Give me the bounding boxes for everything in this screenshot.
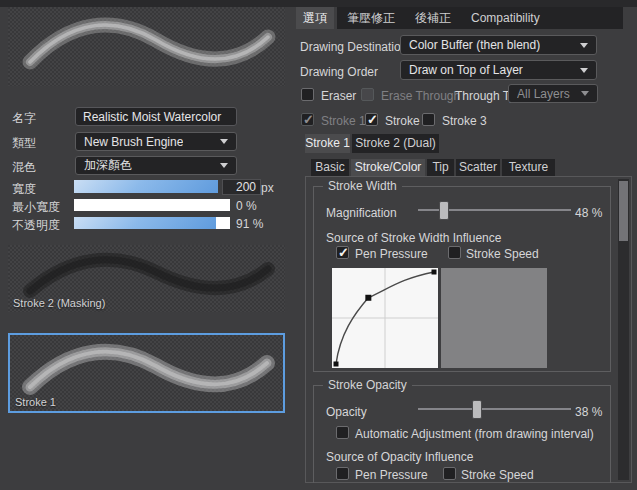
stroke-width-group-title: Stroke Width — [323, 179, 402, 193]
auto-adjustment-label: Automatic Adjustment (from drawing inter… — [355, 427, 594, 441]
stroke1-preview-selected[interactable]: Stroke 1 — [8, 333, 285, 413]
stroke3-checkbox[interactable] — [422, 113, 435, 126]
chevron-down-icon — [581, 91, 589, 96]
settings-tab-strip: 筆壓修正 後補正 Compatibility — [337, 7, 623, 29]
width-label: 寬度 — [12, 182, 36, 196]
pressure-curve-svg — [332, 268, 438, 368]
min-width-label: 最小寬度 — [12, 200, 60, 214]
opacity-value: 91 % — [236, 217, 263, 231]
auto-adjustment-checkbox[interactable] — [336, 426, 349, 439]
stroke1-checkbox — [301, 113, 314, 126]
eraser-label: Eraser — [321, 89, 356, 103]
width-value-box[interactable]: 200 — [222, 179, 261, 195]
opacity-stroke-speed-checkbox[interactable] — [443, 467, 456, 480]
magnification-label: Magnification — [326, 206, 397, 220]
tab-stroke1[interactable]: Stroke 1 — [305, 134, 350, 153]
tab-stroke2-dual[interactable]: Stroke 2 (Dual) — [352, 134, 439, 153]
stroke2-checkbox[interactable] — [365, 113, 378, 126]
type-label: 類型 — [12, 136, 36, 150]
width-stroke-speed-checkbox[interactable] — [448, 246, 461, 259]
chevron-down-icon — [580, 43, 588, 48]
width-influence-title: Source of Stroke Width Influence — [326, 231, 501, 245]
stroke1-checkbox-label: Stroke 1 — [321, 114, 366, 128]
brush-type-dropdown[interactable]: New Brush Engine — [75, 132, 237, 151]
width-stroke-speed-label: Stroke Speed — [466, 247, 539, 261]
opacity-slider-handle[interactable] — [472, 400, 482, 419]
stroke-color-settings-panel: Stroke Width Magnification 48 % Source o… — [305, 176, 632, 483]
erase-through-label: Erase Through — [381, 89, 460, 103]
tab-pen-pressure-correction[interactable]: 筆壓修正 — [337, 7, 405, 29]
drawing-order-label: Drawing Order — [300, 65, 378, 79]
magnification-slider[interactable] — [418, 201, 571, 220]
min-width-value: 0 % — [236, 199, 257, 213]
tab-texture[interactable]: Texture — [502, 159, 555, 176]
tab-options[interactable]: 選項 — [296, 7, 334, 29]
drawing-destination-label: Drawing Destination — [300, 40, 407, 54]
blend-mode-dropdown[interactable]: 加深顏色 — [75, 156, 237, 175]
erase-through-checkbox — [361, 88, 374, 101]
chevron-down-icon — [220, 139, 228, 144]
opacity-label: 不透明度 — [12, 218, 60, 232]
brush-stroke-sample — [8, 7, 285, 86]
opacity-slider[interactable] — [418, 400, 571, 419]
stroke-speed-curve-placeholder — [441, 268, 547, 368]
tab-basic[interactable]: Basic — [311, 159, 349, 176]
blend-label: 混色 — [12, 160, 36, 174]
opacity-pen-pressure-checkbox[interactable] — [336, 467, 349, 480]
eraser-checkbox[interactable] — [301, 88, 314, 101]
stroke-opacity-group: Stroke Opacity Opacity 38 % Automatic Ad… — [313, 385, 611, 483]
panel-scrollbar-thumb[interactable] — [619, 181, 628, 241]
chevron-down-icon — [220, 163, 228, 168]
brush-settings-window: 名字 類型 New Brush Engine 混色 加深顏色 寬度 200 px… — [0, 0, 637, 490]
magnification-value: 48 % — [575, 206, 602, 220]
drawing-order-dropdown[interactable]: Draw on Top of Layer — [400, 60, 597, 80]
width-unit: px — [261, 181, 274, 195]
tab-stroke-color[interactable]: Stroke/Color — [351, 159, 425, 176]
tab-tip[interactable]: Tip — [427, 159, 454, 176]
width-bar[interactable] — [74, 180, 218, 193]
panel-scrollbar[interactable] — [618, 179, 629, 480]
stroke3-checkbox-label: Stroke 3 — [442, 114, 487, 128]
chevron-down-icon — [580, 68, 588, 73]
width-pen-pressure-checkbox[interactable] — [336, 246, 349, 259]
opacity-bar[interactable] — [74, 217, 230, 229]
brush-name-input[interactable] — [75, 107, 237, 126]
stroke1-preview-label: Stroke 1 — [15, 396, 56, 408]
window-top-strip — [0, 0, 637, 7]
pen-pressure-curve-editor[interactable] — [332, 268, 438, 368]
brush-preview-main — [8, 7, 285, 86]
stroke2-preview-label: Stroke 2 (Masking) — [13, 297, 105, 309]
stroke-opacity-group-title: Stroke Opacity — [323, 378, 412, 392]
opacity-slider-value: 38 % — [575, 405, 602, 419]
width-pen-pressure-label: Pen Pressure — [355, 247, 428, 261]
stroke2-preview[interactable]: Stroke 2 (Masking) — [8, 245, 285, 312]
opacity-influence-title: Source of Opacity Influence — [326, 450, 473, 464]
name-label: 名字 — [12, 111, 36, 125]
stroke-width-group: Stroke Width Magnification 48 % Source o… — [313, 186, 611, 372]
through-type-dropdown: All Layers — [508, 84, 598, 103]
tab-scatter[interactable]: Scatter — [456, 159, 500, 176]
opacity-pen-pressure-label: Pen Pressure — [355, 468, 428, 482]
tab-post-correction[interactable]: 後補正 — [405, 7, 461, 29]
opacity-stroke-speed-label: Stroke Speed — [461, 468, 534, 482]
magnification-slider-handle[interactable] — [439, 201, 449, 220]
opacity-slider-label: Opacity — [326, 405, 367, 419]
min-width-bar[interactable] — [74, 199, 230, 211]
tab-compatibility[interactable]: Compatibility — [461, 7, 550, 29]
drawing-destination-dropdown[interactable]: Color Buffer (then blend) — [400, 35, 597, 55]
